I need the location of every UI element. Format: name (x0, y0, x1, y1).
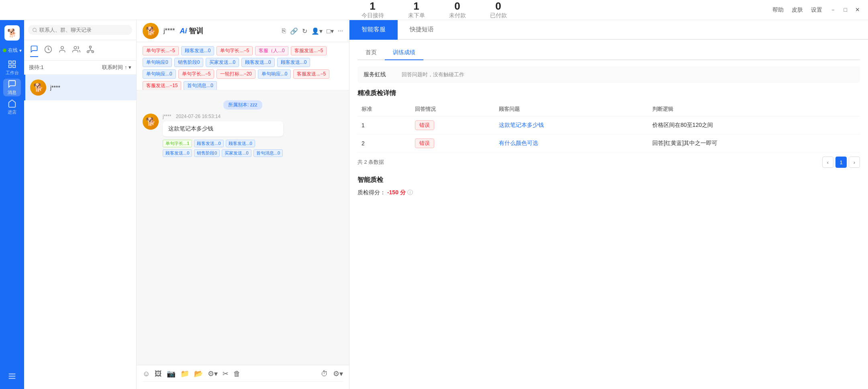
tag-1: 顾客发送...0 (181, 46, 214, 55)
user-icon[interactable]: 👤▾ (311, 27, 323, 35)
alias-badge: 所属别本: zzz (143, 100, 343, 110)
right-panel: 智能客服 快捷短语 首页 训练成绩 服务虹线 回答问题时，没有触碰工作 精准质检… (349, 20, 868, 389)
current-page[interactable]: 1 (835, 157, 847, 168)
tab-contacts[interactable] (58, 44, 66, 57)
receive-count: 接待:1 (29, 64, 44, 71)
msg-tag-4: 销售阶段0 (194, 149, 220, 157)
alias-pill: 所属别本: zzz (223, 100, 262, 110)
sidebar-item-message[interactable]: 消息 (3, 79, 21, 96)
transform-icon[interactable]: ⚙▾ (208, 369, 218, 378)
service-line-label: 服务虹线 (364, 71, 396, 78)
pagination-bar: 共 2 条数据 ‹ 1 › (357, 153, 860, 172)
chat-messages: 所属别本: zzz 🐕 j**** 2024-07-26 16:53:14 这款… (137, 90, 349, 365)
skin-button[interactable]: 皮肤 (792, 6, 803, 14)
tag-4: 客服发送...−5 (291, 46, 327, 55)
sidebar-shop-label: 进店 (8, 109, 16, 115)
stat-unorder: 1 未下单 (408, 1, 425, 19)
tab-ai-service[interactable]: 智能客服 (349, 20, 398, 40)
settings-icon[interactable]: □▾ (327, 27, 334, 35)
online-status[interactable]: 在线 (8, 47, 18, 54)
file-icon[interactable]: 📁 (180, 369, 189, 378)
next-page-button[interactable]: › (849, 157, 860, 168)
sidebar-item-shop[interactable]: 进店 (3, 98, 21, 116)
msg-meta-customer: j**** 2024-07-26 16:53:14 (163, 114, 283, 119)
tab-history[interactable] (44, 44, 52, 57)
sub-tab-training[interactable]: 训练成绩 (385, 46, 423, 60)
svg-line-8 (36, 31, 37, 32)
settings-button[interactable]: 设置 (811, 6, 822, 14)
msg-time: 2024-07-26 16:53:14 (176, 114, 221, 119)
row1-question-link[interactable]: 这款笔记本多少钱 (499, 122, 544, 128)
col-answer: 回答情况 (411, 102, 495, 116)
svg-rect-2 (9, 65, 11, 67)
image-icon[interactable]: 🖼 (155, 370, 162, 378)
page-controls: ‹ 1 › (822, 157, 860, 168)
service-line-section: 服务虹线 回答问题时，没有触碰工作 (357, 66, 860, 83)
sub-tab-home[interactable]: 首页 (357, 46, 385, 60)
contact-panel: 接待:1 联系时间 ↑ ▾ 🐕 j**** (24, 20, 137, 389)
tag-2: 单句字长...−5 (216, 46, 253, 55)
help-button[interactable]: 帮助 (772, 6, 784, 14)
tag-5: 单句响应0 (143, 58, 172, 67)
info-icon[interactable]: ⓘ (407, 189, 413, 196)
left-sidebar: 🐕 在线 ▾ 工作台 消息 进店 (0, 20, 24, 389)
prev-page-button[interactable]: ‹ (822, 157, 833, 168)
minimize-button[interactable]: － (830, 6, 836, 14)
search-icon (32, 27, 37, 33)
photo-icon[interactable]: 📷 (167, 369, 176, 378)
folder-icon[interactable]: 📂 (194, 369, 203, 378)
quality-check-section: 智能质检 质检得分： -150 分 ⓘ (357, 176, 860, 196)
link-icon[interactable]: 🔗 (290, 27, 298, 35)
tab-groups[interactable] (72, 44, 80, 57)
more-icon[interactable]: ··· (338, 27, 343, 35)
maximize-button[interactable]: □ (844, 6, 847, 14)
table-row: 2 错误 有什么颜色可选 回答[红黄蓝]其中之一即可 (357, 134, 860, 153)
svg-point-11 (74, 47, 77, 49)
copy-icon[interactable]: ⎘ (282, 27, 286, 35)
quality-table: 标准 回答情况 顾客问题 判断逻辑 1 错误 这款笔记本多少钱 (357, 102, 860, 153)
stat-today-num: 1 (361, 1, 384, 11)
avatar-j: 🐕 (30, 79, 46, 96)
delete-icon[interactable]: 🗑 (233, 370, 241, 378)
svg-rect-0 (9, 61, 11, 63)
msg-tag-3: 顾客发送...0 (163, 149, 192, 157)
ai-text: Ai (180, 27, 187, 35)
row1-question: 这款笔记本多少钱 (495, 116, 648, 134)
msg-bubble-customer: 这款笔记本多少钱 (163, 121, 283, 136)
settings2-icon[interactable]: ⚙▾ (333, 369, 343, 378)
tab-org[interactable] (86, 44, 94, 57)
contact-info-bar: 接待:1 联系时间 ↑ ▾ (24, 61, 136, 75)
stat-unorder-label: 未下单 (408, 12, 425, 19)
stat-unpaid: 0 未付款 (449, 1, 466, 19)
row1-logic: 价格区间在80至120之间 (648, 116, 860, 134)
search-input[interactable] (39, 27, 128, 33)
stat-paid: 0 已付款 (490, 1, 507, 19)
tag-16: 首句消息...0 (184, 81, 217, 90)
sidebar-menu-button[interactable] (3, 367, 21, 385)
contact-item-j[interactable]: 🐕 j**** (24, 75, 136, 100)
msg-tag-1: 顾客发送...0 (194, 140, 223, 147)
row2-status: 错误 (411, 134, 495, 153)
table-row: 1 错误 这款笔记本多少钱 价格区间在80至120之间 (357, 116, 860, 134)
svg-rect-3 (13, 65, 15, 67)
train-text: 智训 (189, 27, 203, 35)
sidebar-item-workbench[interactable]: 工作台 (3, 59, 21, 77)
tab-chat[interactable] (30, 43, 38, 57)
emoji-icon[interactable]: ☺ (143, 370, 150, 378)
tag-15: 客服发送...−15 (143, 81, 181, 90)
translate-icon[interactable]: ✂ (223, 369, 229, 378)
tag-11: 单句字长...−5 (178, 69, 214, 79)
svg-point-10 (61, 47, 64, 49)
refresh-icon[interactable]: ↻ (302, 27, 307, 35)
tab-quick-phrase[interactable]: 快捷短语 (398, 20, 446, 40)
col-question: 顾客问题 (495, 102, 648, 116)
close-button[interactable]: ✕ (855, 6, 860, 14)
msg-tag-5: 买家发送...0 (222, 149, 251, 157)
clock-icon[interactable]: ⏱ (321, 370, 328, 378)
quality-section-title: 精准质检详情 (357, 89, 860, 98)
contact-search-bar[interactable] (28, 25, 132, 35)
sub-tabs: 首页 训练成绩 (357, 46, 860, 60)
row2-question-link[interactable]: 有什么颜色可选 (499, 140, 538, 146)
service-line-text: 回答问题时，没有触碰工作 (402, 71, 854, 78)
tag-10: 单句响应...0 (143, 69, 176, 79)
